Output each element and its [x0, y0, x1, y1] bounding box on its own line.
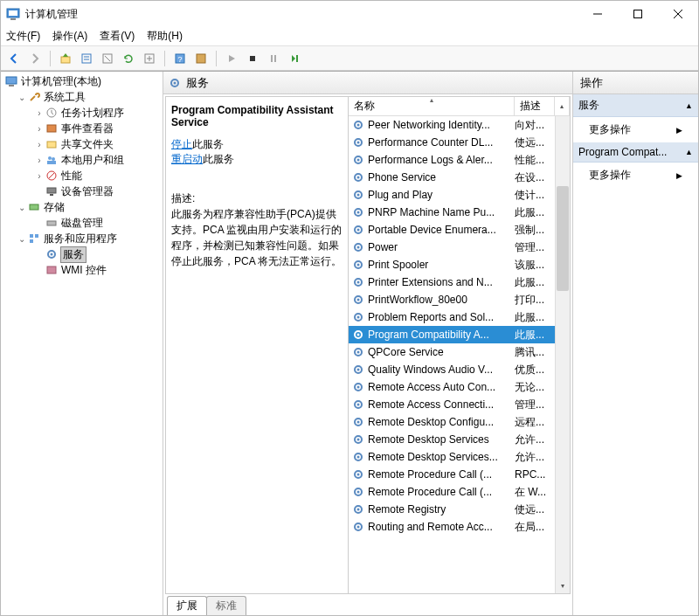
service-row[interactable]: Peer Networking Identity...向对...: [349, 116, 555, 134]
expander-icon[interactable]: ⌄: [17, 234, 27, 244]
service-row[interactable]: Remote Access Auto Con...无论...: [349, 378, 555, 396]
service-row[interactable]: Plug and Play使计...: [349, 186, 555, 204]
tree-item-services[interactable]: 服务: [3, 246, 161, 262]
action-group-services[interactable]: 服务▲: [573, 94, 698, 117]
window-controls: [578, 1, 698, 27]
selected-service-title: Program Compatibility Assistant Service: [171, 104, 343, 128]
pause-button[interactable]: [264, 49, 283, 68]
service-row[interactable]: Routing and Remote Acc...在局...: [349, 518, 555, 536]
close-button[interactable]: [658, 1, 698, 27]
tab-extended[interactable]: 扩展: [167, 596, 207, 615]
export-button[interactable]: [140, 49, 159, 68]
column-name[interactable]: 名称▴: [349, 97, 515, 115]
maximize-button[interactable]: [618, 1, 658, 27]
expander-icon[interactable]: ⌄: [17, 93, 27, 102]
service-row[interactable]: PrintWorkflow_80e00打印...: [349, 291, 555, 308]
action-more-selected[interactable]: 更多操作▶: [573, 163, 698, 188]
up-button[interactable]: [56, 49, 75, 68]
play-button[interactable]: [222, 49, 241, 68]
svg-rect-35: [30, 234, 33, 238]
stop-button[interactable]: [243, 49, 262, 68]
tree-group-storage[interactable]: ⌄ 存储: [3, 199, 161, 215]
expander-icon[interactable]: ›: [34, 156, 45, 165]
menu-file[interactable]: 文件(F): [6, 29, 40, 44]
service-row[interactable]: Printer Extensions and N...此服...: [349, 273, 555, 291]
tree-item-wmi[interactable]: WMI 控件: [3, 262, 161, 278]
service-row[interactable]: Remote Desktop Services允许...: [349, 431, 555, 448]
gear-icon: [352, 451, 364, 463]
tree-item-disk-management[interactable]: 磁盘管理: [3, 215, 161, 231]
properties-button[interactable]: [77, 49, 96, 68]
service-row[interactable]: Remote Desktop Configu...远程...: [349, 413, 555, 431]
action-more-services[interactable]: 更多操作▶: [573, 117, 698, 142]
tree-root[interactable]: 计算机管理(本地): [3, 73, 161, 89]
service-row[interactable]: Quality Windows Audio V...优质...: [349, 361, 555, 378]
expander-icon[interactable]: ›: [34, 124, 45, 134]
service-name: Print Spooler: [368, 259, 515, 271]
tree-group-system-tools[interactable]: ⌄ 系统工具: [3, 89, 161, 105]
expander-icon[interactable]: ⌄: [17, 203, 27, 212]
scroll-down-arrow[interactable]: ▾: [556, 578, 570, 593]
menu-help[interactable]: 帮助(H): [147, 29, 183, 44]
tree-item-performance[interactable]: ›性能: [3, 168, 161, 183]
vertical-scrollbar[interactable]: ▾: [555, 116, 570, 593]
restart-button[interactable]: [285, 49, 304, 68]
expander-icon[interactable]: ›: [34, 108, 45, 118]
svg-point-52: [357, 194, 360, 197]
service-row[interactable]: Remote Desktop Services...允许...: [349, 448, 555, 466]
action-group-selected-service[interactable]: Program Compat...▲: [573, 142, 698, 163]
svg-rect-34: [47, 221, 56, 225]
service-row[interactable]: Performance Counter DL...使远...: [349, 134, 555, 151]
service-row[interactable]: Portable Device Enumera...强制...: [349, 221, 555, 239]
refresh-button[interactable]: [119, 49, 138, 68]
stop-service-link[interactable]: 停止: [171, 138, 192, 150]
service-name: Remote Procedure Call (...: [368, 486, 515, 498]
svg-point-39: [51, 253, 53, 256]
restart-service-link[interactable]: 重启动: [171, 153, 203, 165]
service-row[interactable]: Power管理...: [349, 239, 555, 256]
main-content: 计算机管理(本地) ⌄ 系统工具 ›任务计划程序 ›事件查看器 ›共享文件夹 ›…: [1, 71, 698, 615]
tree-item-device-manager[interactable]: 设备管理器: [3, 183, 161, 199]
tree-item-task-scheduler[interactable]: ›任务计划程序: [3, 105, 161, 121]
tree-pane[interactable]: 计算机管理(本地) ⌄ 系统工具 ›任务计划程序 ›事件查看器 ›共享文件夹 ›…: [1, 72, 163, 615]
service-row[interactable]: Performance Logs & Aler...性能...: [349, 151, 555, 169]
back-button[interactable]: [4, 49, 24, 68]
svg-point-74: [357, 386, 360, 389]
expander-icon[interactable]: ›: [34, 171, 45, 181]
service-row[interactable]: Program Compatibility A...此服...: [349, 326, 555, 343]
tree-item-local-users[interactable]: ›本地用户和组: [3, 152, 161, 168]
expander-icon[interactable]: ›: [34, 140, 45, 149]
svg-rect-19: [274, 55, 276, 62]
service-row[interactable]: Remote Access Connecti...管理...: [349, 396, 555, 413]
folder-icon: [45, 137, 59, 151]
service-row[interactable]: Problem Reports and Sol...此服...: [349, 308, 555, 326]
service-row[interactable]: Remote Procedure Call (...在 W...: [349, 483, 555, 501]
minimize-button[interactable]: [578, 1, 618, 27]
service-row[interactable]: Print Spooler该服...: [349, 256, 555, 273]
scroll-thumb[interactable]: [557, 186, 569, 291]
tab-standard[interactable]: 标准: [206, 596, 246, 615]
menu-action[interactable]: 操作(A): [52, 29, 87, 44]
users-icon: [45, 153, 59, 167]
column-desc[interactable]: 描述: [515, 97, 555, 115]
service-row[interactable]: Phone Service在设...: [349, 169, 555, 186]
menu-view[interactable]: 查看(V): [100, 29, 135, 44]
service-row[interactable]: Remote Registry使远...: [349, 501, 555, 518]
title-bar: 计算机管理: [1, 1, 698, 27]
service-row[interactable]: Remote Procedure Call (...RPC...: [349, 466, 555, 483]
tree-item-shared-folders[interactable]: ›共享文件夹: [3, 136, 161, 152]
tool-button[interactable]: [191, 49, 211, 68]
delete-button[interactable]: [98, 49, 117, 68]
scroll-head-arrow[interactable]: ▴: [555, 97, 570, 115]
tree-item-event-viewer[interactable]: ›事件查看器: [3, 121, 161, 136]
service-list: 名称▴ 描述 ▴ Peer Networking Identity...向对..…: [348, 97, 570, 593]
bottom-tabs: 扩展 标准: [163, 596, 572, 615]
service-desc: 使远...: [515, 502, 555, 517]
forward-button[interactable]: [25, 49, 45, 68]
tree-group-services-apps[interactable]: ⌄ 服务和应用程序: [3, 231, 161, 246]
svg-point-56: [357, 229, 360, 232]
help-button[interactable]: ?: [170, 49, 190, 68]
service-row[interactable]: PNRP Machine Name Pu...此服...: [349, 204, 555, 221]
service-row[interactable]: QPCore Service腾讯...: [349, 343, 555, 361]
service-desc: 使计...: [515, 188, 555, 203]
